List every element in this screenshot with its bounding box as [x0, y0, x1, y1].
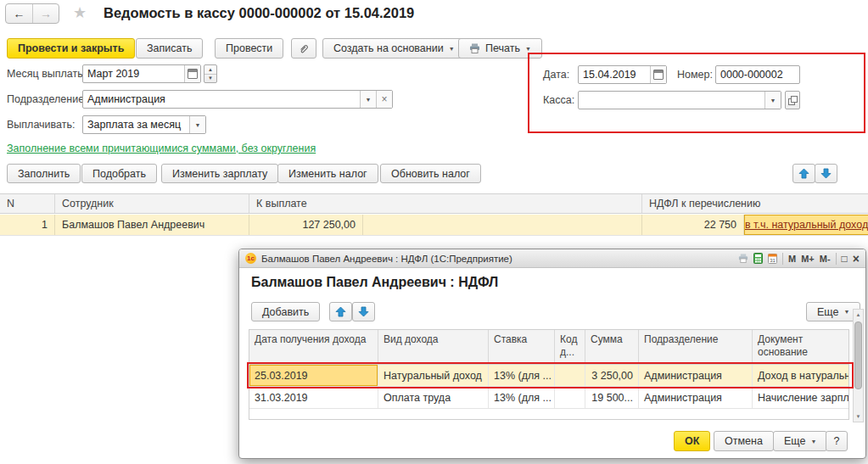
- print-icon[interactable]: [738, 254, 748, 263]
- row-amount: 127 250,00: [249, 215, 363, 235]
- move-down-button[interactable]: [352, 302, 375, 321]
- more-label: Еще: [817, 306, 838, 318]
- chevron-down-icon[interactable]: ▼: [764, 92, 781, 109]
- chevron-down-icon: ▼: [525, 46, 531, 52]
- arrow-down-icon: [820, 168, 832, 179]
- more-label: Еще: [784, 435, 805, 447]
- column-header-department[interactable]: Подразделение: [639, 330, 753, 364]
- cell-income-type: Натуральный доход: [378, 365, 489, 386]
- column-header-ndfl[interactable]: НДФЛ к перечислению: [642, 194, 868, 213]
- modal-window-title: Балмашов Павел Андреевич : НДФЛ (1С:Пред…: [261, 254, 733, 264]
- pay-label: Выплачивать:: [7, 119, 75, 131]
- print-button[interactable]: Печать ▼: [458, 38, 542, 59]
- create-based-on-label: Создать на основании: [333, 42, 444, 54]
- scroll-up-icon[interactable]: ▲: [854, 310, 863, 320]
- favorite-star-icon[interactable]: ★: [73, 3, 87, 22]
- date-label: Дата:: [543, 69, 569, 81]
- more-button[interactable]: Еще ▼: [773, 431, 827, 451]
- column-header-income-type[interactable]: Вид дохода: [378, 330, 489, 364]
- post-and-close-button[interactable]: Провести и закрыть: [7, 38, 135, 59]
- column-header-code[interactable]: Код д...: [555, 330, 585, 364]
- vertical-scrollbar[interactable]: ▲ ▼: [853, 309, 864, 422]
- open-button[interactable]: [785, 91, 800, 109]
- number-label: Номер:: [677, 69, 713, 81]
- table-row[interactable]: 25.03.2019 Натуральный доход 13% (для ..…: [249, 365, 848, 387]
- scrollbar-thumb[interactable]: [854, 321, 862, 389]
- month-input[interactable]: [83, 65, 184, 82]
- ok-button[interactable]: ОК: [674, 431, 710, 451]
- left-arrow-icon: ←: [14, 7, 25, 20]
- cell-sum: 19 500...: [585, 387, 639, 408]
- modal-titlebar: 1c Балмашов Павел Андреевич : НДФЛ (1С:П…: [239, 249, 865, 268]
- date-input[interactable]: [579, 66, 650, 83]
- fill-button[interactable]: Заполнить: [7, 164, 81, 183]
- memory-plus-button[interactable]: M+: [801, 254, 815, 264]
- month-field: [82, 64, 201, 83]
- chevron-down-icon: ▼: [810, 439, 816, 444]
- clear-icon[interactable]: ×: [376, 91, 392, 108]
- move-down-button[interactable]: [815, 164, 837, 183]
- column-header-rate[interactable]: Ставка: [489, 330, 555, 364]
- attachments-button[interactable]: [291, 38, 316, 59]
- calendar-icon[interactable]: [650, 66, 666, 83]
- paperclip-icon: [299, 43, 309, 54]
- calculator-icon[interactable]: [753, 253, 763, 264]
- close-icon[interactable]: ×: [853, 252, 860, 266]
- natural-income-link[interactable]: в т.ч. натуральный доход: [745, 219, 868, 231]
- pick-button[interactable]: Подобрать: [81, 164, 157, 183]
- save-button[interactable]: Записать: [136, 38, 203, 59]
- row-filler: [363, 215, 642, 235]
- scroll-down-icon[interactable]: ▼: [854, 411, 863, 422]
- cell-date: 25.03.2019: [249, 365, 378, 386]
- memory-button[interactable]: M: [788, 254, 796, 264]
- memory-minus-button[interactable]: M-: [820, 254, 831, 264]
- spin-up-icon[interactable]: ▲: [204, 65, 216, 74]
- number-field: [715, 65, 800, 84]
- maximize-icon[interactable]: □: [842, 253, 848, 265]
- column-header-doc[interactable]: Документ основание: [753, 330, 848, 364]
- cell-department: Администрация: [639, 365, 753, 386]
- row-ndfl: 22 750: [642, 215, 744, 235]
- page-title: Ведомость в кассу 0000-000002 от 15.04.2…: [104, 5, 414, 21]
- table-empty-area: [249, 409, 848, 420]
- chevron-down-icon[interactable]: ▼: [189, 116, 205, 133]
- calendar-icon[interactable]: 31: [768, 253, 777, 264]
- column-header-date[interactable]: Дата получения дохода: [249, 330, 378, 364]
- chevron-down-icon: ▼: [449, 46, 455, 52]
- help-button[interactable]: ?: [826, 431, 848, 451]
- column-header-sum[interactable]: Сумма: [585, 330, 639, 364]
- ndfl-modal: 1c Балмашов Павел Андреевич : НДФЛ (1С:П…: [238, 249, 866, 459]
- chevron-down-icon[interactable]: ▼: [360, 91, 376, 108]
- arrow-down-icon: [358, 306, 369, 317]
- department-input[interactable]: [83, 91, 360, 108]
- number-input[interactable]: [716, 66, 799, 83]
- column-header-amount[interactable]: К выплате: [249, 194, 642, 213]
- fill-amounts-link[interactable]: Заполнение всеми причитающимися суммами,…: [7, 143, 316, 154]
- table-row[interactable]: 31.03.2019 Оплата труда 13% (для ... 19 …: [249, 387, 848, 409]
- table-header: N Сотрудник К выплате НДФЛ к перечислени…: [0, 193, 868, 214]
- calendar-icon[interactable]: [184, 65, 200, 82]
- add-button[interactable]: Добавить: [251, 302, 320, 321]
- cash-input[interactable]: [579, 92, 764, 109]
- change-tax-button[interactable]: Изменить налог: [277, 164, 378, 183]
- move-up-button[interactable]: [792, 164, 815, 183]
- move-up-button[interactable]: [329, 302, 352, 321]
- divider: [836, 253, 837, 265]
- change-salary-button[interactable]: Изменить зарплату: [161, 164, 278, 183]
- cancel-button[interactable]: Отмена: [714, 431, 774, 451]
- income-table-header: Дата получения дохода Вид дохода Ставка …: [249, 330, 848, 365]
- department-label: Подразделение:: [7, 93, 87, 105]
- month-label: Месяц выплаты:: [7, 68, 88, 80]
- column-header-num[interactable]: N: [0, 194, 55, 213]
- create-based-on-button[interactable]: Создать на основании ▼: [322, 38, 466, 59]
- update-tax-button[interactable]: Обновить налог: [380, 164, 481, 183]
- column-header-employee[interactable]: Сотрудник: [55, 194, 249, 213]
- natural-income-cell: в т.ч. натуральный доход: [744, 215, 868, 235]
- back-button[interactable]: ←: [6, 4, 32, 23]
- table-row[interactable]: 1 Балмашов Павел Андреевич 127 250,00 22…: [0, 215, 868, 236]
- pay-input[interactable]: [83, 116, 189, 133]
- forward-button[interactable]: →: [32, 4, 59, 23]
- post-button[interactable]: Провести: [215, 38, 283, 59]
- spin-down-icon[interactable]: ▼: [204, 74, 216, 83]
- modal-title: Балмашов Павел Андреевич : НДФЛ: [251, 275, 498, 290]
